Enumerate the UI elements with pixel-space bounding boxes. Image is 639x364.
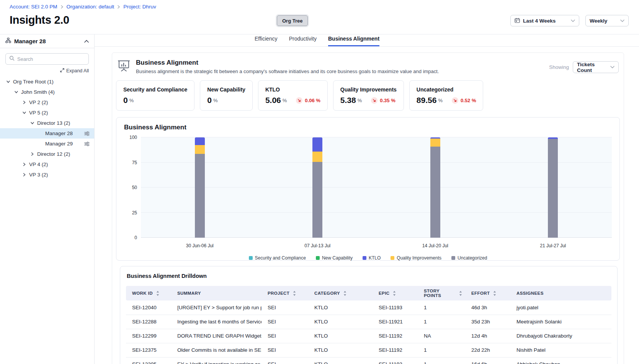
legend-item-uncategorized[interactable]: Uncategorized [451,255,487,261]
table-cell: SEI [261,329,308,343]
search-icon [9,55,15,62]
tree-item-label: VP 2 (2) [29,100,48,105]
column-header-label: EFFORT [471,291,490,295]
expand-all-link[interactable]: Expand All [0,68,89,73]
table-cell: Older Commits is not available in SEI - … [171,343,261,357]
chevron-right-icon[interactable] [21,173,27,177]
legend-swatch [363,256,366,260]
x-tick-label: 30 Jun-06 Jul [186,243,214,248]
search-input[interactable] [17,56,85,62]
kpi-unit: % [213,98,218,103]
tree-item-label: Director 12 (2) [37,151,70,157]
stacked-bar-2[interactable] [312,137,322,238]
column-sort-control[interactable]: CATEGORY [314,291,369,296]
legend-swatch [249,256,253,260]
stacked-bar-3[interactable] [430,137,440,238]
table-row: SEI-12305EY > Verify if ingestion is wor… [126,357,611,364]
kpi-card-security-and-compliance: Security and Compliance0% [116,80,194,111]
kpi-value-row: 89.56%0.52 % [417,96,476,105]
filter-sliders-icon[interactable] [84,131,90,136]
legend-item-quality-improvements[interactable]: Quality Improvements [391,255,441,261]
chart-plot-area [141,137,612,238]
kpi-delta: 0.52 % [452,97,476,104]
column-header-assignees: ASSIGNEES [510,286,611,300]
column-sort-control[interactable]: EFFORT [471,291,507,296]
column-sort-control[interactable]: PROJECT [268,291,305,296]
kpi-value: 0 [207,96,212,105]
sort-icon [459,291,462,296]
table-cell: 35d 23h [465,315,510,329]
column-header-label: EPIC [379,291,389,295]
tree-item-label: Manager 28 [45,131,73,136]
tab-business-alignment[interactable]: Business Alignment [328,36,379,46]
collapse-sidebar-icon[interactable] [84,40,89,43]
table-cell: SEI-12299 [126,329,171,343]
legend-item-ktlo[interactable]: KTLO [363,255,381,261]
tab-productivity[interactable]: Productivity [289,36,317,46]
date-range-select[interactable]: Last 4 Weeks [510,15,579,26]
showing-select[interactable]: Tickets Count [573,61,619,73]
breadcrumb: Account: SEI 2.0 PMOrganization: default… [0,0,639,10]
chevron-right-icon[interactable] [29,152,35,156]
chevron-right-icon[interactable] [21,162,27,166]
table-cell: SEI-11921 [373,315,418,329]
main-content: Business Alignment Business alignment is… [95,47,639,364]
kpi-value: 5.38 [340,96,356,105]
tree-item-manager-28[interactable]: Manager 28 [0,128,94,139]
tree-item-vp-2-2-[interactable]: VP 2 (2) [0,97,94,108]
bar-segment-quality-improvements [195,145,205,154]
filter-sliders-icon[interactable] [84,142,90,146]
tree-item-director-12-2-[interactable]: Director 12 (2) [0,149,94,159]
bar-segment-quality-improvements [430,139,440,147]
tree-item-label: Manager 29 [45,141,73,147]
chevron-down-icon[interactable] [13,90,19,94]
tab-efficiency[interactable]: Efficiency [255,36,278,46]
chevron-down-icon[interactable] [29,121,35,125]
tree-item-vp-3-2-[interactable]: VP 3 (2) [0,170,94,180]
legend-item-new-capability[interactable]: New Capability [316,255,353,261]
column-header-label: PROJECT [268,291,289,295]
kpi-card-uncategorized: Uncategorized89.56%0.52 % [409,80,484,111]
table-cell: SEI [261,357,308,364]
kpi-value-row: 0% [123,96,187,105]
kpi-delta-value: 0.52 % [461,98,476,103]
kpi-label: Quality Improvements [340,87,397,93]
kpi-delta-value: 0.06 % [305,98,320,103]
column-sort-control[interactable]: STORY POINTS [424,289,462,298]
column-sort-control[interactable]: EPIC [379,291,415,296]
business-alignment-panel: Business Alignment Business alignment is… [112,52,624,364]
table-cell: SEI-11193 [373,300,418,315]
sort-icon [493,291,496,296]
chart-title: Business Alignment [124,123,612,131]
table-cell: 12d 4h [465,329,510,343]
breadcrumb-link[interactable]: Account: SEI 2.0 PM [10,4,57,10]
chevron-down-icon[interactable] [21,111,27,115]
stacked-bar-1[interactable] [195,137,205,238]
tree-item-vp-4-2-[interactable]: VP 4 (2) [0,159,94,170]
section-description: Business alignment is the strategic fit … [136,69,439,74]
chevron-down-icon[interactable] [5,80,11,84]
tree-item-manager-29[interactable]: Manager 29 [0,139,94,149]
interval-select[interactable]: Weekly [585,15,629,26]
kpi-label: KTLO [265,87,320,93]
tree-item-john-smith-4-[interactable]: John Smith (4) [0,87,94,97]
gridline [141,162,612,163]
tree-item-director-13-2-[interactable]: Director 13 (2) [0,118,94,128]
table-cell: Nishith Patel [510,343,611,357]
page-title: Insights 2.0 [10,14,69,26]
table-cell: 22d 22h [465,343,510,357]
breadcrumb-link[interactable]: Project: Dhruv [123,4,156,10]
org-tree-button[interactable]: Org Tree [277,15,308,26]
tree-item-vp-5-2-[interactable]: VP 5 (2) [0,108,94,118]
column-sort-control[interactable]: WORK ID [132,291,168,296]
column-header-label: ASSIGNEES [516,291,544,295]
legend-item-security-and-compliance[interactable]: Security and Compliance [249,255,306,261]
tree-item-org-tree-root-1-[interactable]: Org Tree Root (1) [0,77,94,87]
breadcrumb-link[interactable]: Organization: default [67,4,114,10]
legend-label: Security and Compliance [255,255,306,261]
table-cell: SEI-11192 [373,329,418,343]
kpi-value-row: 5.38%0.35 % [340,96,397,105]
stacked-bar-4[interactable] [548,137,558,238]
table-cell: KTLO [308,315,373,329]
chevron-right-icon[interactable] [21,100,27,104]
